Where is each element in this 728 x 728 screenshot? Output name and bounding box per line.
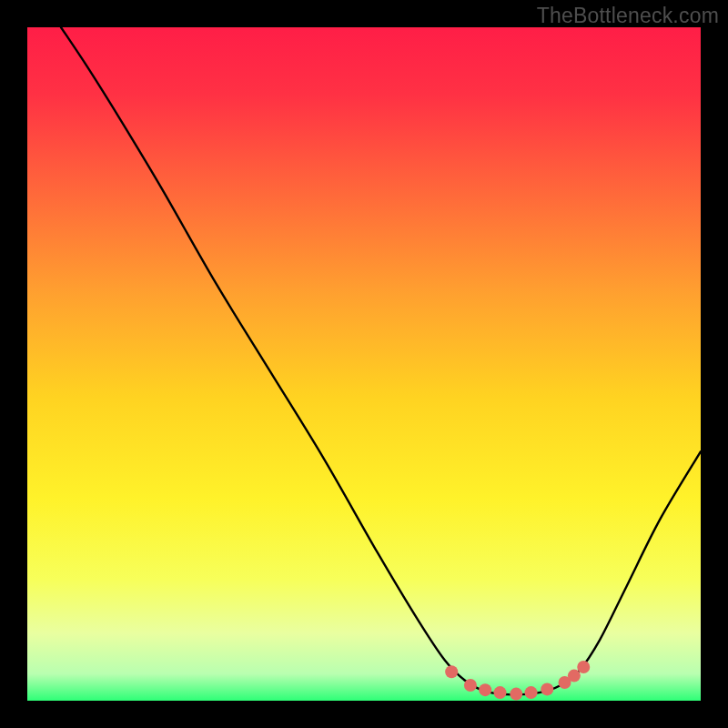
- sweet-spot-dot: [541, 682, 553, 695]
- gradient-background: [27, 27, 701, 701]
- sweet-spot-dot: [525, 686, 538, 699]
- sweet-spot-dot: [577, 661, 590, 673]
- sweet-spot-dot: [464, 679, 477, 692]
- sweet-spot-dot: [510, 688, 522, 701]
- sweet-spot-dot: [479, 683, 491, 696]
- chart-frame: { "watermark": "TheBottleneck.com", "cha…: [0, 0, 728, 728]
- sweet-spot-dot: [568, 670, 581, 682]
- watermark-text: TheBottleneck.com: [537, 4, 719, 28]
- sweet-spot-dot: [445, 665, 458, 678]
- sweet-spot-dot: [493, 686, 506, 699]
- chart-plot: [0, 0, 728, 728]
